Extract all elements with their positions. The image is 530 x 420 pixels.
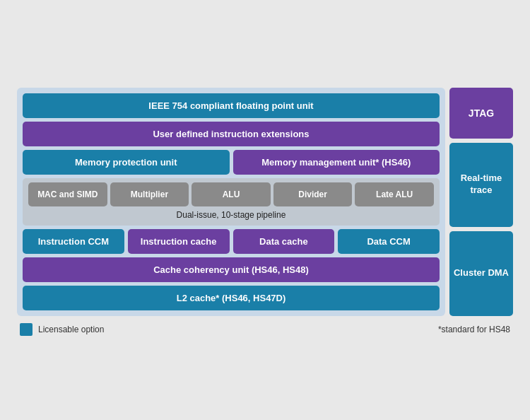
cache-coherency-box: Cache coherency unit (HS46, HS48)	[23, 257, 440, 282]
late-alu-box: Late ALU	[355, 182, 434, 206]
alu-label: ALU	[223, 189, 240, 199]
data-cache-label: Data cache	[259, 236, 308, 247]
trace-label: Real-time trace	[449, 173, 513, 197]
l2-cache-label: L2 cache* (HS46, HS47D)	[177, 293, 286, 303]
legend-note-text: *standard for HS48	[438, 325, 510, 334]
data-ccm-box: Data CCM	[338, 229, 440, 254]
instruction-cache-box: Instruction cache	[128, 229, 230, 254]
memory-protection-box: Memory protection unit	[23, 150, 230, 175]
late-alu-label: Late ALU	[376, 189, 413, 199]
cluster-box: Cluster DMA	[449, 231, 513, 316]
legend-label: Licensable option	[38, 325, 104, 334]
memory-row: Memory protection unit Memory management…	[23, 150, 440, 175]
instruction-cache-label: Instruction cache	[141, 236, 217, 247]
floating-point-label: IEEE 754 compliant floating point unit	[148, 100, 313, 111]
legend-note: *standard for HS48	[438, 325, 510, 334]
alu-box: ALU	[192, 182, 271, 206]
trace-box: Real-time trace	[449, 143, 513, 228]
diagram-wrapper: IEEE 754 compliant floating point unit U…	[0, 74, 530, 347]
legend-square	[20, 323, 33, 336]
main-container: IEEE 754 compliant floating point unit U…	[17, 88, 513, 316]
mac-simd-box: MAC and SIMD	[28, 182, 107, 206]
data-cache-box: Data cache	[233, 229, 335, 254]
right-section: JTAG Real-time trace Cluster DMA	[449, 88, 513, 316]
divider-box: Divider	[273, 182, 353, 206]
legend: Licensable option *standard for HS48	[17, 323, 513, 336]
l2-cache-box: L2 cache* (HS46, HS47D)	[23, 286, 440, 310]
memory-management-box: Memory management unit* (HS46)	[233, 150, 440, 175]
mac-simd-label: MAC and SIMD	[37, 189, 98, 199]
cache-row: Instruction CCM Instruction cache Data c…	[23, 229, 440, 254]
pipeline-units: MAC and SIMD Multiplier ALU Divider Late…	[28, 182, 434, 206]
left-section: IEEE 754 compliant floating point unit U…	[17, 88, 445, 316]
jtag-box: JTAG	[449, 88, 513, 139]
floating-point-box: IEEE 754 compliant floating point unit	[23, 93, 440, 118]
user-defined-label: User defined instruction extensions	[153, 129, 309, 139]
jtag-label: JTAG	[469, 107, 494, 119]
multiplier-box: Multiplier	[110, 182, 189, 206]
instruction-ccm-label: Instruction CCM	[38, 236, 109, 247]
instruction-ccm-box: Instruction CCM	[23, 229, 124, 254]
cache-coherency-label: Cache coherency unit (HS46, HS48)	[153, 264, 309, 275]
cluster-label: Cluster DMA	[454, 267, 509, 279]
memory-protection-label: Memory protection unit	[75, 157, 177, 168]
data-ccm-label: Data CCM	[367, 236, 410, 247]
pipeline-label-text: Dual-issue, 10-stage pipeline	[177, 210, 286, 220]
memory-management-label: Memory management unit* (HS46)	[261, 157, 411, 168]
pipeline-label: Dual-issue, 10-stage pipeline	[28, 210, 434, 220]
user-defined-box: User defined instruction extensions	[23, 122, 440, 146]
legend-left: Licensable option	[20, 323, 104, 336]
divider-label: Divider	[298, 189, 327, 199]
pipeline-container: MAC and SIMD Multiplier ALU Divider Late…	[23, 178, 440, 226]
multiplier-label: Multiplier	[131, 189, 168, 199]
